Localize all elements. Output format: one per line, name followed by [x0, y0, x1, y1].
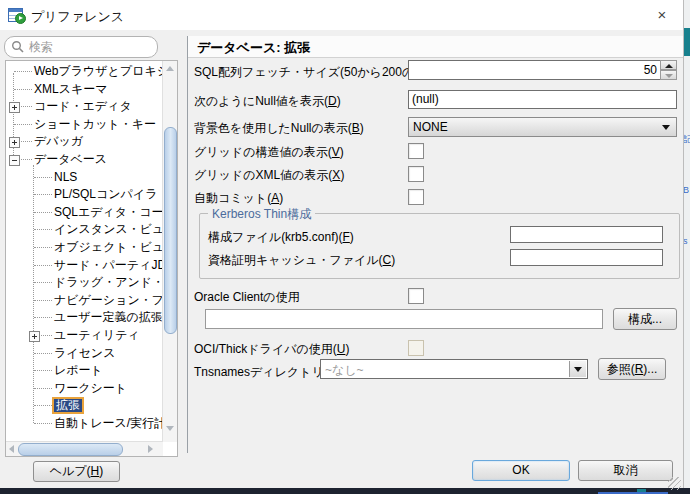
tree-connector — [34, 229, 52, 231]
tree-item-label: インスタンス・ビューア — [54, 222, 164, 236]
tree-item-label: デバッガ — [34, 134, 83, 148]
search-box[interactable] — [4, 36, 158, 58]
tree-item[interactable]: ワークシート — [6, 380, 164, 398]
tree-item-label: Webブラウザとプロキシ — [34, 64, 164, 78]
title-bar: プリファレンス × — [0, 0, 683, 30]
ok-button[interactable]: OK — [472, 460, 570, 481]
tree-item[interactable]: ライセンス — [6, 345, 164, 363]
tree-item[interactable]: Webブラウザとプロキシ — [6, 63, 164, 81]
null-display-input[interactable]: (null) — [408, 90, 677, 109]
close-icon[interactable]: × — [648, 4, 676, 26]
vertical-scroll-thumb[interactable] — [164, 127, 177, 334]
autocommit-label: 自動コミット(A) — [194, 190, 283, 207]
panel-header: データベース: 拡張 — [188, 36, 683, 58]
oracle-client-checkbox[interactable] — [408, 288, 424, 304]
configure-button[interactable]: 構成... — [613, 308, 677, 330]
tree-item[interactable]: ドラッグ・アンド・ドロップ — [6, 274, 164, 292]
tree-connector — [34, 265, 52, 267]
tree-item-label: ワークシート — [54, 381, 127, 395]
browse-button[interactable]: 参照(R)... — [598, 358, 666, 380]
background-app-right-strip: 記 B s — [683, 0, 690, 488]
cancel-button[interactable]: 取消 — [578, 460, 673, 481]
panel-divider — [187, 36, 188, 453]
tree-item-label: レポート — [54, 363, 103, 377]
tree-item[interactable]: ナビゲーション・フィルタ — [6, 292, 164, 310]
grid-xml-checkbox[interactable] — [408, 166, 424, 182]
background-app-bottom-strip — [0, 488, 690, 494]
chevron-down-icon — [574, 367, 582, 372]
kerberos-groupbox: Kerberos Thin構成 — [199, 213, 680, 279]
kerberos-group-title: Kerberos Thin構成 — [208, 206, 315, 223]
chevron-down-icon — [662, 125, 670, 130]
expand-icon[interactable] — [9, 102, 20, 113]
spinner-up-icon[interactable] — [660, 60, 677, 70]
spinner-down-icon[interactable] — [660, 70, 677, 80]
tree-horizontal-scrollbar[interactable] — [6, 441, 163, 456]
expand-icon[interactable] — [9, 137, 20, 148]
krb-cred-cache-input[interactable] — [510, 249, 663, 266]
help-button[interactable]: ヘルプ(H) — [33, 461, 120, 482]
tree-item[interactable]: SQLエディタ・コード・テン — [6, 204, 164, 222]
scroll-down-icon[interactable] — [166, 426, 174, 431]
tnsnames-label: Tnsnamesディレクトリ(T) — [194, 364, 339, 381]
tree-item-label: ドラッグ・アンド・ドロップ — [54, 275, 164, 289]
tree-item-label: ユーザー定義の拡張 — [54, 310, 163, 324]
tree-item[interactable]: インスタンス・ビューア — [6, 221, 164, 239]
tree-rows: WebブラウザとプロキシXMLスキーマコード・エディタショートカット・キーデバッ… — [6, 63, 164, 432]
tree-connector — [34, 247, 52, 249]
preferences-dialog: プリファレンス × WebブラウザとプロキシXMLスキーマコード・エディタショー… — [0, 0, 684, 488]
tree-connector — [34, 353, 52, 355]
tree-item[interactable]: データベース — [6, 151, 164, 169]
resize-grip[interactable] — [668, 477, 681, 490]
tree-item[interactable]: PL/SQLコンパイラ — [6, 186, 164, 204]
tree-item[interactable]: サード・パーティJDBCド — [6, 257, 164, 275]
scroll-left-icon[interactable] — [9, 445, 14, 453]
tree-connector — [34, 177, 52, 179]
tree-item-label: データベース — [34, 152, 107, 166]
tree-item-label: PL/SQLコンパイラ — [54, 187, 157, 201]
tree-item[interactable]: ユーザー定義の拡張 — [6, 309, 164, 327]
tree-item[interactable]: 拡張 — [6, 397, 164, 415]
tree-item-label: SQLエディタ・コード・テン — [54, 205, 164, 219]
screen: 記 B s プリファレンス × Webブラウザと — [0, 0, 690, 494]
tree-connector — [34, 300, 52, 302]
krb-config-file-label: 構成ファイル(krb5.conf)(F) — [208, 229, 354, 246]
tree-item-label: コード・エディタ — [34, 99, 132, 113]
tree-item-label: NLS — [54, 170, 77, 184]
preferences-tree: WebブラウザとプロキシXMLスキーマコード・エディタショートカット・キーデバッ… — [5, 60, 178, 457]
tree-item[interactable]: NLS — [6, 169, 164, 187]
background-glyph: 記 — [683, 133, 690, 146]
tree-item[interactable]: ショートカット・キー — [6, 116, 164, 134]
scroll-right-icon[interactable] — [148, 445, 153, 453]
tnsnames-combobox[interactable]: ~なし~ — [320, 359, 588, 379]
tnsnames-dropdown-button[interactable] — [569, 361, 586, 377]
tree-item[interactable]: コード・エディタ — [6, 98, 164, 116]
tree-connector — [14, 89, 32, 91]
horizontal-scroll-thumb[interactable] — [18, 443, 123, 456]
search-input[interactable] — [27, 38, 151, 56]
grid-struct-checkbox[interactable] — [408, 143, 424, 159]
collapse-icon[interactable] — [9, 155, 20, 166]
tree-connector — [34, 194, 52, 196]
preferences-icon — [8, 7, 24, 23]
tree-item-label: 拡張 — [52, 397, 84, 414]
tree-connector — [34, 423, 52, 425]
null-bg-dropdown[interactable]: NONE — [408, 117, 677, 137]
tree-item[interactable]: ユーティリティ — [6, 327, 164, 345]
tree-connector — [34, 317, 52, 319]
scroll-up-icon[interactable] — [166, 66, 174, 71]
tree-connector — [34, 212, 52, 214]
tree-connector — [14, 71, 32, 73]
tree-item[interactable]: XMLスキーマ — [6, 81, 164, 99]
null-bg-label: 背景色を使用したNullの表示(B) — [194, 120, 364, 137]
expand-icon[interactable] — [29, 331, 40, 342]
krb-config-file-input[interactable] — [510, 226, 663, 243]
tree-item[interactable]: レポート — [6, 362, 164, 380]
autocommit-checkbox[interactable] — [408, 189, 424, 205]
tree-item[interactable]: デバッガ — [6, 133, 164, 151]
fetch-size-input[interactable]: 50 — [408, 60, 661, 80]
tree-vertical-scrollbar[interactable] — [162, 61, 177, 442]
tree-item[interactable]: 自動トレース/実行計画 — [6, 415, 164, 433]
tree-item-label: ナビゲーション・フィルタ — [54, 293, 164, 307]
tree-item[interactable]: オブジェクト・ビューア — [6, 239, 164, 257]
